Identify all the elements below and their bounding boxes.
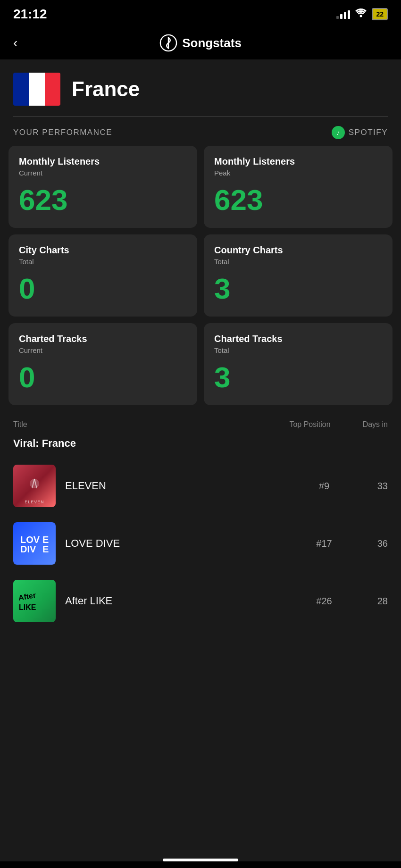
country-header: France bbox=[0, 59, 401, 116]
svg-text:E: E bbox=[42, 544, 49, 554]
svg-text:After: After bbox=[18, 591, 36, 602]
country-name: France bbox=[72, 77, 140, 101]
performance-header: YOUR PERFORMANCE ♪ SPOTIFY bbox=[0, 117, 401, 146]
col-days-label: Days in bbox=[341, 420, 388, 429]
track-row[interactable]: ELEVEN #9 33 bbox=[0, 457, 401, 515]
back-button[interactable]: ‹ bbox=[13, 35, 17, 50]
stat-subtitle-1: Peak bbox=[214, 169, 382, 177]
stat-subtitle-4: Current bbox=[19, 346, 187, 354]
country-flag bbox=[13, 73, 60, 106]
battery-icon: 22 bbox=[372, 8, 388, 20]
stat-card-charted-tracks-total: Charted Tracks Total 3 bbox=[204, 323, 393, 405]
svg-text:E: E bbox=[42, 534, 49, 545]
stat-card-charted-tracks-current: Charted Tracks Current 0 bbox=[8, 323, 197, 405]
signal-icon bbox=[336, 9, 350, 19]
stat-value-0: 623 bbox=[19, 185, 187, 215]
col-title-label: Title bbox=[13, 420, 279, 429]
spotify-badge: ♪ SPOTIFY bbox=[332, 126, 388, 139]
stat-subtitle-0: Current bbox=[19, 169, 187, 177]
stat-value-5: 3 bbox=[214, 363, 382, 392]
spotify-icon: ♪ bbox=[332, 126, 345, 139]
status-time: 21:12 bbox=[13, 7, 47, 22]
stat-subtitle-3: Total bbox=[214, 258, 382, 266]
nav-header: ‹ Songstats bbox=[0, 26, 401, 59]
stat-title-0: Monthly Listeners bbox=[19, 156, 187, 167]
flag-blue bbox=[13, 73, 29, 106]
stat-card-city-charts-total: City Charts Total 0 bbox=[8, 234, 197, 317]
stat-title-3: Country Charts bbox=[214, 245, 382, 256]
stat-value-2: 0 bbox=[19, 274, 187, 303]
track-art-lovedive: LOV DIV E E bbox=[13, 522, 56, 565]
svg-text:LOV: LOV bbox=[20, 534, 40, 545]
main-content: France YOUR PERFORMANCE ♪ SPOTIFY Monthl… bbox=[0, 59, 401, 861]
track-name-eleven: ELEVEN bbox=[65, 480, 289, 492]
track-art-eleven bbox=[13, 465, 56, 507]
track-row[interactable]: LOV DIV E E LOVE DIVE #17 36 bbox=[0, 515, 401, 572]
track-name-afterlike: After LIKE bbox=[65, 595, 289, 607]
stat-card-country-charts-total: Country Charts Total 3 bbox=[204, 234, 393, 317]
spotify-label: SPOTIFY bbox=[349, 128, 388, 137]
stat-card-monthly-listeners-current: Monthly Listeners Current 623 bbox=[8, 146, 197, 228]
stats-grid: Monthly Listeners Current 623 Monthly Li… bbox=[0, 146, 401, 412]
stat-title-5: Charted Tracks bbox=[214, 334, 382, 344]
stat-title-4: Charted Tracks bbox=[19, 334, 187, 344]
stat-title-2: City Charts bbox=[19, 245, 187, 256]
svg-text:DIV: DIV bbox=[20, 544, 36, 554]
svg-point-0 bbox=[360, 15, 362, 17]
wifi-icon bbox=[355, 8, 367, 20]
performance-label: YOUR PERFORMANCE bbox=[13, 128, 112, 137]
stat-subtitle-2: Total bbox=[19, 258, 187, 266]
status-icons: 22 bbox=[336, 8, 388, 20]
table-header: Title Top Position Days in bbox=[0, 412, 401, 433]
col-position-label: Top Position bbox=[279, 420, 341, 429]
track-name-lovedive: LOVE DIVE bbox=[65, 537, 289, 550]
status-bar: 21:12 22 bbox=[0, 0, 401, 26]
track-row[interactable]: After LIKE After LIKE #26 28 bbox=[0, 572, 401, 630]
app-logo: Songstats bbox=[159, 34, 242, 52]
stat-card-monthly-listeners-peak: Monthly Listeners Peak 623 bbox=[204, 146, 393, 228]
track-days-lovedive: 36 bbox=[359, 538, 388, 549]
songstats-logo-icon bbox=[159, 34, 177, 52]
stat-value-3: 3 bbox=[214, 274, 382, 303]
stat-subtitle-5: Total bbox=[214, 346, 382, 354]
app-title: Songstats bbox=[182, 36, 242, 50]
flag-white bbox=[29, 73, 44, 106]
stat-value-4: 0 bbox=[19, 363, 187, 392]
track-position-afterlike: #26 bbox=[298, 596, 350, 607]
track-days-afterlike: 28 bbox=[359, 596, 388, 607]
home-indicator bbox=[163, 859, 238, 861]
track-days-eleven: 33 bbox=[359, 481, 388, 492]
track-position-eleven: #9 bbox=[298, 481, 350, 492]
stat-value-1: 623 bbox=[214, 185, 382, 215]
section-viral-france: Viral: France bbox=[0, 433, 401, 457]
svg-text:LIKE: LIKE bbox=[19, 603, 36, 611]
flag-red bbox=[45, 73, 60, 106]
track-position-lovedive: #17 bbox=[298, 538, 350, 549]
track-art-afterlike: After LIKE bbox=[13, 580, 56, 622]
stat-title-1: Monthly Listeners bbox=[214, 156, 382, 167]
